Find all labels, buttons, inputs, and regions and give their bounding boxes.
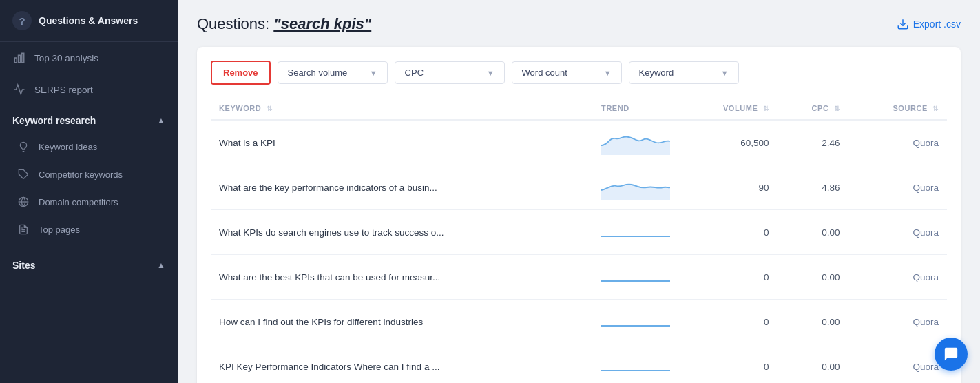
cell-keyword: KPI Key Performance Indicators Where can… [211,344,593,384]
app-icon: ? [12,11,32,30]
sidebar-item-top-pages-label: Top pages [39,225,80,235]
cell-source: Quora [848,300,947,344]
table-header-row: KEYWORD ⇅ TREND VOLUME ⇅ CPC ⇅ SOURCE ⇅ [211,97,947,120]
cell-volume: 0 [678,210,777,255]
svg-rect-1 [19,55,21,63]
cell-trend [593,120,678,165]
col-cpc: CPC ⇅ [778,97,848,120]
cell-source: Quora [848,165,947,210]
svg-rect-0 [14,58,17,63]
sidebar-item-keyword-ideas[interactable]: Keyword ideas [0,133,178,161]
cell-trend [593,255,678,300]
page-header: Questions: "search kpis" Export .csv [197,15,961,33]
sort-icon: ⇅ [932,105,939,112]
sidebar: ? Questions & Answers Top 30 analysis SE… [0,0,178,383]
cpc-filter[interactable]: CPC ▼ [395,61,505,84]
sidebar-item-competitor-keywords-label: Competitor keywords [39,169,123,180]
cell-keyword: What is a KPI [211,120,593,165]
col-trend: TREND [593,97,678,120]
table-row: What are the key performance indicators … [211,165,947,210]
cell-cpc: 0.00 [778,300,848,344]
export-button[interactable]: Export .csv [897,18,961,30]
sort-icon: ⇅ [834,105,840,112]
filter-bar: Remove Search volume ▼ CPC ▼ Word count … [211,61,947,85]
table-row: KPI Key Performance Indicators Where can… [211,344,947,384]
cell-cpc: 0.00 [778,255,848,300]
sort-icon: ⇅ [267,105,273,112]
cell-source: Quora [848,120,947,165]
cell-cpc: 4.86 [778,165,848,210]
table-row: What are the best KPIs that can be used … [211,255,947,300]
col-keyword: KEYWORD ⇅ [211,97,593,120]
bar-chart-icon [12,51,26,65]
cell-source: Quora [848,344,947,384]
word-count-filter[interactable]: Word count ▼ [512,61,622,84]
col-source: SOURCE ⇅ [848,97,947,120]
svg-rect-2 [22,53,24,63]
cell-source: Quora [848,210,947,255]
search-volume-filter[interactable]: Search volume ▼ [278,61,388,84]
cell-cpc: 0.00 [778,210,848,255]
cell-cpc: 0.00 [778,344,848,384]
page-title: Questions: "search kpis" [197,15,371,33]
cell-volume: 0 [678,255,777,300]
cell-keyword: What are the best KPIs that can be used … [211,255,593,300]
cell-volume: 0 [678,300,777,344]
keyword-label: Keyword [639,68,674,78]
table-row: What KPIs do search engines use to track… [211,210,947,255]
main-content: Questions: "search kpis" Export .csv Rem… [178,0,980,383]
chevron-down-icon: ▼ [604,69,612,77]
chat-bubble[interactable] [935,338,968,371]
export-label: Export .csv [913,19,961,30]
cell-trend [593,300,678,344]
sort-icon: ⇅ [763,105,769,112]
sidebar-item-serps[interactable]: SERPS report [0,74,178,105]
sidebar-item-keyword-ideas-label: Keyword ideas [39,142,97,152]
cell-keyword: What are the key performance indicators … [211,165,593,210]
chat-icon [943,346,959,362]
sidebar-item-serps-label: SERPS report [34,85,93,95]
keyword-research-section[interactable]: Keyword research ▲ [0,105,178,133]
results-table: KEYWORD ⇅ TREND VOLUME ⇅ CPC ⇅ SOURCE ⇅ … [211,97,947,383]
table-row: What is a KPI 60,500 2.46 Quora [211,120,947,165]
keyword-section-title: Keyword research [12,115,96,126]
keyword-section-children: Keyword ideas Competitor keywords Domain… [0,133,178,247]
sidebar-item-top30-label: Top 30 analysis [34,53,98,63]
keyword-filter[interactable]: Keyword ▼ [629,61,739,84]
cell-cpc: 2.46 [778,120,848,165]
sidebar-header[interactable]: ? Questions & Answers [0,0,178,41]
cell-keyword: What KPIs do search engines use to track… [211,210,593,255]
cell-volume: 60,500 [678,120,777,165]
app-title: Questions & Answers [39,15,138,26]
col-volume: VOLUME ⇅ [678,97,777,120]
chevron-down-icon: ▼ [721,69,729,77]
sites-section[interactable]: Sites ▲ [0,250,178,278]
chart-line-icon [12,83,26,96]
chevron-down-icon: ▼ [487,69,494,77]
remove-button[interactable]: Remove [211,61,271,85]
chevron-down-icon: ▲ [157,260,165,270]
pages-icon [17,222,30,236]
chevron-down-icon: ▼ [370,69,377,77]
cell-trend [593,165,678,210]
cell-source: Quora [848,255,947,300]
data-card: Remove Search volume ▼ CPC ▼ Word count … [197,47,961,383]
sidebar-item-top30[interactable]: Top 30 analysis [0,42,178,74]
page-title-query: "search kpis" [273,15,371,32]
table-row: How can I find out the KPIs for differen… [211,300,947,344]
puzzle-icon [17,167,30,181]
export-icon [897,18,909,30]
search-volume-label: Search volume [288,68,348,78]
word-count-label: Word count [522,68,567,78]
cell-trend [593,210,678,255]
sidebar-item-top-pages[interactable]: Top pages [0,216,178,243]
sidebar-item-competitor-keywords[interactable]: Competitor keywords [0,161,178,188]
chevron-up-icon: ▲ [157,116,165,125]
page-title-prefix: Questions: [197,15,273,32]
sidebar-item-domain-competitors[interactable]: Domain competitors [0,188,178,216]
cell-volume: 0 [678,344,777,384]
bulb-icon [17,140,30,154]
cell-keyword: How can I find out the KPIs for differen… [211,300,593,344]
cell-volume: 90 [678,165,777,210]
cpc-label: CPC [405,68,424,78]
